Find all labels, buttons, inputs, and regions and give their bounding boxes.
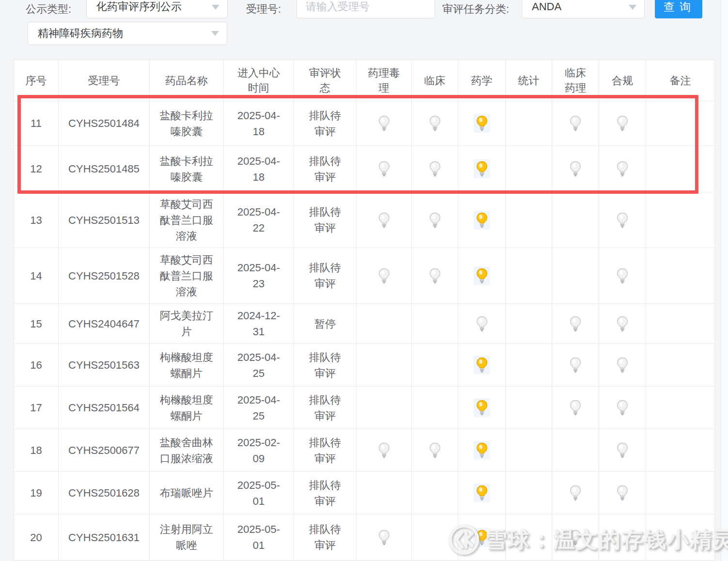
cell-acceptance-no: CYHS2404647 [59,304,150,344]
cell-pharmtox [356,344,412,387]
bulb-off-icon [614,266,631,285]
bulb-off-icon [376,528,392,547]
cell-clinical [412,429,458,472]
cell-entry-date: 2025-04-18 [224,101,294,146]
cell-clinical-pharm [552,429,599,472]
cell-seq: 20 [14,514,59,561]
table-row: 16CYHS2501563枸橼酸坦度螺酮片2025-04-25排队待审评 [14,344,715,387]
cell-clinical-pharm [552,387,599,429]
bulb-off-icon [427,114,443,133]
cell-pharmtox [356,472,412,514]
table-row: 17CYHS2501564枸橼酸坦度螺酮片2025-04-25排队待审评 [14,387,715,429]
bulb-off-icon [614,398,631,417]
cell-entry-date: 2024-12-31 [224,304,294,344]
task-category-label: 审评任务分类: [442,0,509,18]
column-header: 药理毒理 [356,60,412,101]
cell-clinical [412,472,458,514]
publicity-type-label: 公示类型: [26,0,71,18]
bulb-off-icon [614,159,631,178]
cell-remark [646,146,715,192]
cell-compliance [599,514,646,561]
cell-remark [646,514,715,561]
table-row: 13CYHS2501513草酸艾司西酞普兰口服溶液2025-04-22排队待审评 [14,192,715,248]
cell-compliance [599,146,646,192]
acceptance-no-input[interactable] [296,0,435,18]
bulb-off-icon [376,159,392,178]
table-row: 11CYHS2501484盐酸卡利拉嗪胶囊2025-04-18排队待审评 [14,101,715,146]
chevron-down-icon [629,5,636,10]
cell-status: 排队待审评 [294,344,356,387]
cell-statistics [506,101,552,146]
column-header: 临床 [412,60,458,101]
bulb-off-icon [474,314,490,333]
bulb-off-icon [376,441,392,460]
bulb-on-icon [474,528,490,547]
bulb-off-icon [427,266,443,285]
cell-compliance [599,387,646,429]
cell-status: 排队待审评 [294,472,356,514]
cell-clinical [412,304,458,344]
review-table-container: 序号受理号药品名称进入中心时间审评状态药理毒理临床药学统计临床药理合规备注 11… [14,60,714,561]
column-header: 合规 [599,60,646,101]
cell-compliance [599,304,646,344]
cell-statistics [506,248,552,304]
query-button[interactable]: 查询 [655,0,702,18]
cell-seq: 15 [14,304,59,344]
cell-pharmtox [356,514,412,561]
cell-clinical [412,248,458,304]
bulb-off-icon [376,211,392,230]
bulb-on-icon [474,483,490,502]
disease-category-value: 精神障碍疾病药物 [38,22,123,45]
cell-drug-name: 草酸艾司西酞普兰口服溶液 [150,248,224,304]
bulb-off-icon [567,314,584,333]
cell-seq: 16 [14,344,59,387]
cell-compliance [599,248,646,304]
table-row: 15CYHS2404647阿戈美拉汀片2024-12-31暂停 [14,304,715,344]
table-row: 18CYHS2500677盐酸舍曲林口服浓缩液2025-02-09排队待审评 [14,429,715,472]
column-header: 统计 [506,60,552,101]
cell-pharmtox [356,248,412,304]
cell-clinical-pharm [552,344,599,387]
column-header: 药品名称 [150,60,224,101]
cell-pharmacy [458,248,506,304]
bulb-on-icon [474,159,490,178]
bulb-off-icon [614,314,631,333]
cell-status: 排队待审评 [294,387,356,429]
cell-drug-name: 盐酸舍曲林口服浓缩液 [150,429,224,472]
cell-entry-date: 2025-05-01 [224,514,294,561]
cell-acceptance-no: CYHS2501485 [59,146,150,192]
cell-pharmacy [458,387,506,429]
cell-clinical [412,192,458,248]
column-header: 审评状态 [294,60,356,101]
cell-drug-name: 布瑞哌唑片 [150,472,224,514]
cell-pharmacy [458,514,506,561]
drug-review-page: 公示类型: 化药审评序列公示 受理号: 审评任务分类: ANDA 查询 精神障碍… [0,0,728,561]
header-row: 序号受理号药品名称进入中心时间审评状态药理毒理临床药学统计临床药理合规备注 [14,60,715,101]
table-row: 19CYHS2501628布瑞哌唑片2025-05-01排队待审评 [14,472,715,514]
bulb-on-icon [474,266,490,285]
cell-pharmacy [458,429,506,472]
cell-remark [646,472,715,514]
cell-pharmacy [458,192,506,248]
cell-drug-name: 盐酸卡利拉嗪胶囊 [150,146,224,192]
cell-acceptance-no: CYHS2501628 [59,472,150,514]
cell-seq: 12 [14,146,59,192]
cell-pharmacy [458,146,506,192]
cell-clinical-pharm [552,304,599,344]
bulb-on-icon [474,441,490,460]
scrollbar-track[interactable] [721,0,728,561]
disease-category-select[interactable]: 精神障碍疾病药物 [28,22,227,45]
cell-statistics [506,429,552,472]
bulb-off-icon [614,356,631,374]
publicity-type-value: 化药审评序列公示 [96,0,182,18]
bulb-off-icon [567,483,584,502]
publicity-type-select[interactable]: 化药审评序列公示 [86,0,228,18]
table-row: 14CYHS2501528草酸艾司西酞普兰口服溶液2025-04-23排队待审评 [14,248,715,304]
cell-remark [646,248,715,304]
task-category-select[interactable]: ANDA [522,0,645,18]
column-header: 备注 [646,60,715,101]
cell-statistics [506,387,552,429]
cell-drug-name: 枸橼酸坦度螺酮片 [150,344,224,387]
cell-seq: 17 [14,387,59,429]
cell-statistics [506,146,552,192]
